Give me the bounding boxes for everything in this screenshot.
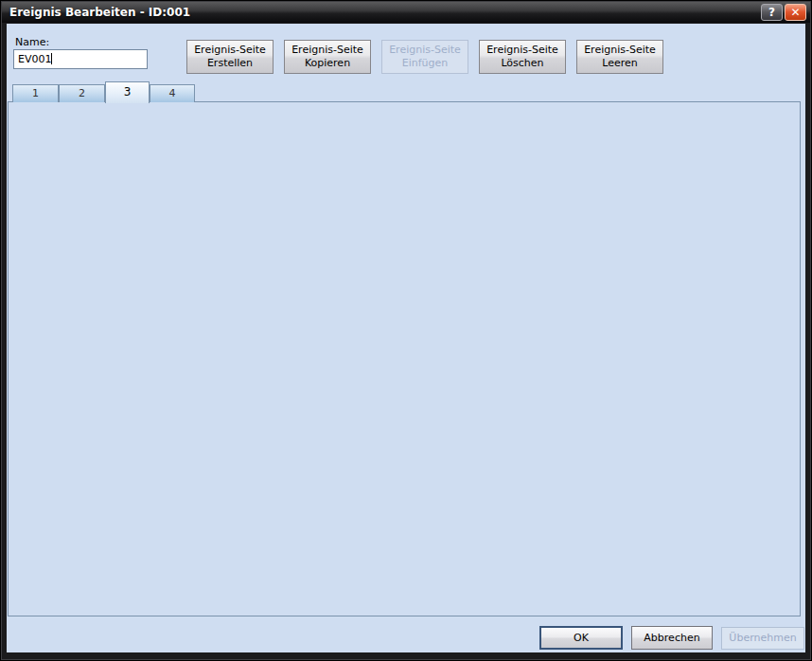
paste-page-button: Ereignis-SeiteEinfügen [381, 40, 468, 74]
tab-page-content [8, 101, 801, 616]
help-icon: ? [768, 6, 775, 19]
text-caret [51, 53, 52, 64]
close-button[interactable]: ✕ [785, 4, 806, 21]
clear-page-button[interactable]: Ereignis-SeiteLeeren [576, 40, 663, 74]
window-title: Ereignis Bearbeiten - ID:001 [9, 6, 190, 19]
copy-page-button[interactable]: Ereignis-SeiteKopieren [284, 40, 371, 74]
cancel-button[interactable]: Abbrechen [631, 626, 713, 650]
tab-page-2[interactable]: 2 [59, 84, 105, 102]
delete-page-button[interactable]: Ereignis-SeiteLöschen [479, 40, 566, 74]
apply-button: Übernehmen [721, 627, 804, 650]
tab-page-4[interactable]: 4 [150, 84, 195, 102]
tab-page-3[interactable]: 3 [105, 81, 150, 103]
name-label: Name: [15, 36, 49, 48]
titlebar[interactable]: Ereignis Bearbeiten - ID:001 ? ✕ [2, 2, 810, 23]
close-icon: ✕ [790, 6, 800, 19]
create-page-button[interactable]: Ereignis-SeiteErstellen [186, 40, 274, 74]
dialog-client-area: Name: EV001 Ereignis-SeiteErstellen Erei… [7, 24, 805, 652]
help-button[interactable]: ? [761, 4, 783, 21]
event-editor-window: Ereignis Bearbeiten - ID:001 ? ✕ Name: E… [0, 0, 812, 661]
ok-button[interactable]: OK [539, 626, 623, 650]
name-value: EV001 [18, 53, 51, 65]
name-input[interactable]: EV001 [13, 49, 148, 69]
tab-page-1[interactable]: 1 [12, 84, 59, 102]
